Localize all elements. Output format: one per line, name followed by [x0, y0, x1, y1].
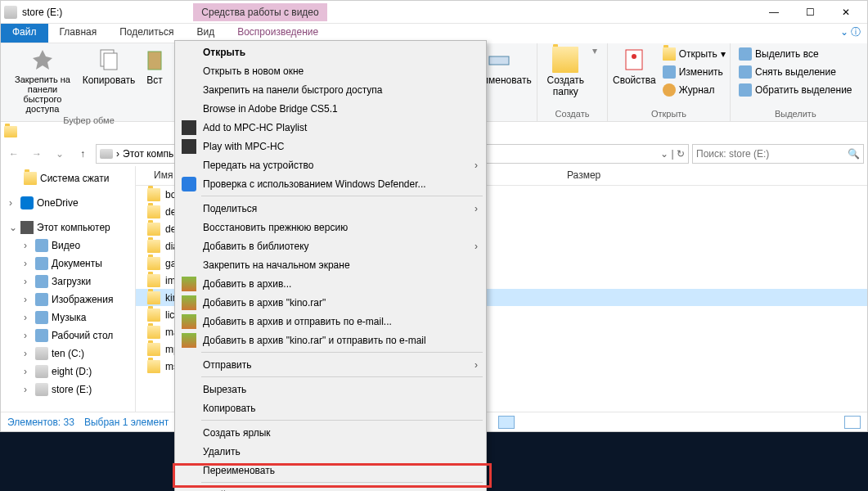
folder-icon — [147, 205, 160, 218]
contextual-tab-label: Средства работы с видео — [193, 3, 326, 21]
svg-rect-1 — [104, 53, 117, 70]
ribbon-toggle[interactable]: ⌄ ⓘ — [834, 24, 867, 43]
ctx-item[interactable]: Отправить› — [177, 355, 484, 374]
pin-quickaccess-button[interactable]: Закрепить на панели быстрого доступа — [6, 45, 79, 114]
invert-icon — [739, 83, 752, 97]
ctx-item[interactable]: Свойства — [177, 485, 484, 491]
svg-point-5 — [632, 54, 636, 59]
nav-music[interactable]: ›Музыка — [1, 309, 135, 327]
ribbon-group-clipboard: Буфер обме — [6, 114, 172, 128]
nav-tree: Система сжати ›OneDrive ⌄Этот компьютер … — [1, 166, 136, 412]
edit-icon — [663, 65, 676, 79]
submenu-arrow-icon: › — [474, 203, 478, 214]
search-input[interactable] — [696, 148, 848, 160]
nav-drive-d[interactable]: ›eight (D:) — [1, 363, 135, 381]
folder-icon — [147, 309, 160, 322]
downloads-icon — [35, 275, 48, 288]
nav-pictures[interactable]: ›Изображения — [1, 291, 135, 309]
back-button[interactable]: ← — [4, 144, 24, 164]
open-icon — [663, 47, 676, 61]
tab-home[interactable]: Главная — [48, 24, 109, 43]
nav-documents[interactable]: ›Документы — [1, 255, 135, 273]
ribbon-group-new: Создать — [542, 107, 602, 121]
status-count: Элементов: 33 — [7, 417, 74, 428]
breadcrumb-segment[interactable]: Этот компь — [123, 148, 173, 160]
edit-button[interactable]: Изменить — [659, 63, 729, 81]
nav-drive-e[interactable]: ›store (E:) — [1, 381, 135, 399]
ctx-item[interactable]: Add to MPC-HC Playlist — [177, 118, 484, 137]
nav-drive-c[interactable]: ›ten (C:) — [1, 345, 135, 363]
winrar-icon — [182, 333, 196, 348]
ctx-item[interactable]: Создать ярлык — [177, 423, 484, 442]
selectall-icon — [739, 47, 752, 61]
ctx-item[interactable]: Закрепить на начальном экране — [177, 255, 484, 274]
ctx-item[interactable]: Передать на устройство› — [177, 155, 484, 174]
close-button[interactable]: ✕ — [828, 1, 864, 24]
col-size[interactable]: Размер — [560, 166, 626, 185]
paste-button[interactable]: Вст — [138, 45, 171, 86]
ctx-item[interactable]: Удалить — [177, 442, 484, 461]
up-button[interactable]: ↑ — [73, 144, 92, 164]
ctx-item[interactable]: Play with MPC-HC — [177, 137, 484, 155]
ctx-item[interactable]: Вырезать — [177, 380, 484, 399]
maximize-button[interactable]: ☐ — [792, 1, 828, 24]
nav-desktop[interactable]: ›Рабочий стол — [1, 327, 135, 345]
mpc-icon — [182, 120, 196, 135]
forward-button[interactable]: → — [27, 144, 47, 164]
minimize-button[interactable]: — — [756, 1, 792, 24]
history-icon — [663, 83, 676, 97]
select-none-button[interactable]: Снять выделение — [735, 63, 856, 81]
select-all-button[interactable]: Выделить все — [735, 45, 856, 63]
folder-icon — [147, 291, 160, 304]
svg-rect-2 — [148, 52, 161, 70]
ctx-item[interactable]: Открыть в новом окне — [177, 61, 484, 80]
ctx-item[interactable]: Добавить в библиотеку› — [177, 236, 484, 255]
nav-onedrive[interactable]: ›OneDrive — [1, 194, 135, 212]
ctx-item[interactable]: Восстановить прежнюю версию — [177, 218, 484, 236]
ctx-item[interactable]: Копировать — [177, 399, 484, 417]
properties-icon — [621, 47, 647, 73]
submenu-arrow-icon: › — [474, 241, 478, 252]
tab-file[interactable]: Файл — [1, 24, 48, 43]
view-icons-button[interactable] — [844, 416, 861, 429]
titlebar: store (E:) Средства работы с видео — ☐ ✕ — [1, 1, 867, 24]
svg-rect-3 — [489, 56, 509, 65]
copy-button[interactable]: Копировать — [83, 45, 135, 86]
view-details-button[interactable] — [498, 416, 515, 429]
ctx-item[interactable]: Добавить в архив... — [177, 274, 484, 293]
selectnone-icon — [739, 65, 752, 79]
svg-rect-4 — [626, 50, 642, 70]
history-button[interactable]: Журнал — [659, 81, 729, 99]
nav-downloads[interactable]: ›Загрузки — [1, 273, 135, 291]
ctx-item[interactable]: Переименовать — [177, 461, 484, 480]
nav-thispc[interactable]: ⌄Этот компьютер — [1, 218, 135, 236]
ribbon-group-select: Выделить — [735, 107, 856, 121]
nav-videos[interactable]: ›Видео — [1, 236, 135, 255]
drive-icon — [4, 6, 17, 19]
ctx-item[interactable]: Добавить в архив "kino.rar" и отправить … — [177, 331, 484, 349]
folder-icon — [147, 343, 160, 356]
ctx-item[interactable]: Закрепить на панели быстрого доступа — [177, 80, 484, 99]
ctx-item[interactable]: Добавить в архив "kino.rar" — [177, 293, 484, 312]
invert-selection-button[interactable]: Обратить выделение — [735, 81, 856, 99]
folder-icon — [147, 240, 160, 253]
pictures-icon — [35, 293, 48, 306]
ctx-item[interactable]: Добавить в архив и отправить по e-mail..… — [177, 312, 484, 331]
documents-icon — [35, 257, 48, 270]
rename-icon — [486, 47, 512, 73]
winrar-icon — [182, 295, 196, 310]
nav-compress[interactable]: Система сжати — [1, 169, 135, 187]
submenu-arrow-icon: › — [474, 160, 478, 171]
ctx-item[interactable]: Открыть — [177, 43, 484, 61]
ctx-item[interactable]: Browse in Adobe Bridge CS5.1 — [177, 99, 484, 118]
desktop-icon — [35, 329, 48, 342]
folder-icon — [147, 257, 160, 270]
ctx-item[interactable]: Проверка с использованием Windows Defend… — [177, 174, 484, 193]
recent-button[interactable]: ⌄ — [50, 144, 70, 164]
folder-icon — [147, 360, 160, 373]
open-button[interactable]: Открыть ▾ — [659, 45, 729, 63]
ctx-item[interactable]: Поделиться› — [177, 199, 484, 218]
properties-button[interactable]: Свойства — [613, 45, 656, 86]
new-folder-button[interactable]: Создать папку — [542, 45, 589, 97]
search-box[interactable]: 🔍 — [692, 144, 864, 164]
